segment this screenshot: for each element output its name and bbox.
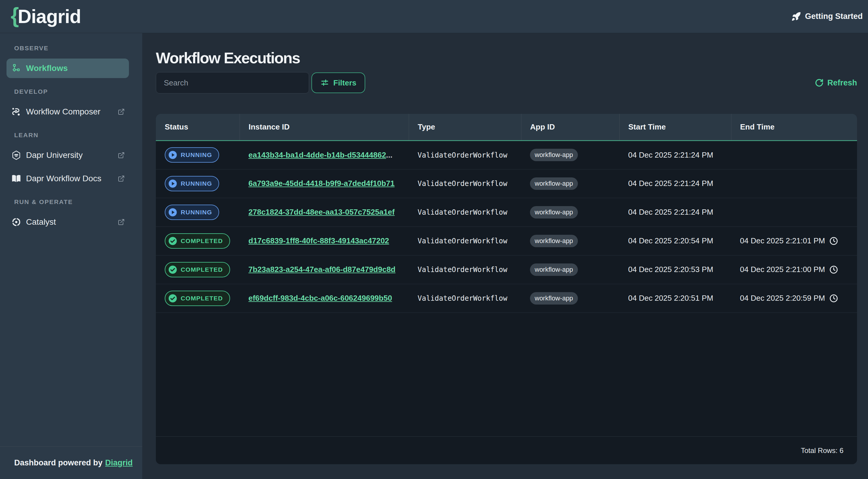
type-cell: ValidateOrderWorkflow	[409, 284, 521, 313]
type-cell: ValidateOrderWorkflow	[409, 169, 521, 198]
filters-label: Filters	[333, 78, 356, 88]
sidebar-item-catalyst[interactable]: Catalyst	[6, 212, 129, 232]
column-header-app-id: App ID	[521, 114, 619, 140]
instance-id-link[interactable]: ef69dcff-983d-4cbc-a06c-606249699b50	[248, 294, 392, 302]
app-id-cell: workflow-app	[521, 198, 619, 226]
type-cell: ValidateOrderWorkflow	[409, 198, 521, 226]
end-time-cell	[731, 140, 857, 169]
start-time-cell: 04 Dec 2025 2:21:24 PM	[619, 140, 731, 169]
main-content: Workflow Executions Filters Refresh	[142, 33, 868, 479]
play-icon	[168, 151, 177, 159]
search-input[interactable]	[156, 72, 309, 93]
refresh-button[interactable]: Refresh	[815, 78, 857, 88]
instance-id-link[interactable]: d17c6839-1ff8-40fc-88f3-49143ac47202	[248, 236, 389, 245]
status-cell: RUNNING	[156, 169, 240, 198]
diagrid-link[interactable]: Diagrid	[105, 458, 133, 468]
column-header-end-time: End Time	[731, 114, 857, 140]
end-time-value: 04 Dec 2025 2:21:00 PM	[740, 265, 825, 274]
app-id-cell: workflow-app	[521, 226, 619, 255]
sidebar-item-workflows[interactable]: Workflows	[6, 59, 129, 78]
end-time-cell: 04 Dec 2025 2:20:59 PM	[731, 284, 857, 313]
instance-id-link[interactable]: 6a793a9e-45dd-4418-b9f9-a7ded4f10b71	[248, 179, 395, 188]
status-cell: RUNNING	[156, 140, 240, 169]
table-row: RUNNING6a793a9e-45dd-4418-b9f9-a7ded4f10…	[156, 169, 857, 198]
sidebar-item-workflow-composer[interactable]: Workflow Composer	[6, 102, 129, 122]
rocket-icon	[791, 11, 801, 22]
app-id-cell: workflow-app	[521, 169, 619, 198]
instance-id-cell: 7b23a823-a254-47ea-af06-d87e479d9c8d	[240, 255, 409, 284]
workflow-icon	[11, 63, 22, 73]
type-cell: ValidateOrderWorkflow	[409, 140, 521, 169]
app-header: { Diagrid Getting Started	[0, 0, 868, 33]
instance-id-cell: d17c6839-1ff8-40fc-88f3-49143ac47202	[240, 226, 409, 255]
app-id-badge: workflow-app	[530, 292, 578, 305]
sidebar-item-dapr-workflow-docs[interactable]: Dapr Workflow Docs	[6, 169, 129, 188]
diagrid-logo[interactable]: { Diagrid	[11, 4, 81, 29]
filters-button[interactable]: Filters	[311, 72, 365, 93]
page-title: Workflow Executions	[156, 50, 857, 66]
end-time-cell: 04 Dec 2025 2:21:00 PM	[731, 255, 857, 284]
sidebar-item-label: Workflow Composer	[26, 107, 100, 117]
table-row: RUNNINGea143b34-ba1d-4dde-b14b-d53444862…	[156, 140, 857, 169]
status-label: COMPLETED	[181, 295, 223, 302]
app-id-cell: workflow-app	[521, 140, 619, 169]
app-id-badge: workflow-app	[530, 178, 578, 190]
type-cell: ValidateOrderWorkflow	[409, 255, 521, 284]
workflow-table-card: StatusInstance IDTypeApp IDStart TimeEnd…	[156, 114, 857, 464]
status-cell: COMPLETED	[156, 226, 240, 255]
getting-started-label: Getting Started	[805, 12, 863, 21]
table-body: RUNNINGea143b34-ba1d-4dde-b14b-d53444862…	[156, 140, 857, 313]
table-row: RUNNING278c1824-37dd-48ee-aa13-057c7525a…	[156, 198, 857, 226]
status-badge: RUNNING	[165, 147, 219, 163]
powered-by-text: Dashboard powered by	[14, 458, 103, 468]
status-badge: COMPLETED	[165, 233, 230, 249]
truncation-ellipsis: ...	[386, 151, 393, 159]
sidebar-item-label: Dapr Workflow Docs	[26, 174, 101, 183]
sidebar-item-label: Workflows	[26, 64, 68, 73]
sidebar-section-label: RUN & OPERATE	[14, 198, 142, 205]
clock-icon	[829, 265, 838, 274]
status-label: RUNNING	[181, 180, 212, 187]
type-cell: ValidateOrderWorkflow	[409, 226, 521, 255]
end-time-cell	[731, 198, 857, 226]
instance-id-cell: ef69dcff-983d-4cbc-a06c-606249699b50	[240, 284, 409, 313]
sidebar-item-dapr-university[interactable]: Dapr University	[6, 146, 129, 165]
logo-text: Diagrid	[18, 6, 81, 28]
composer-icon	[11, 107, 22, 117]
refresh-icon	[815, 78, 824, 87]
app-id-badge: workflow-app	[530, 206, 578, 219]
sidebar-section-label: OBSERVE	[14, 45, 142, 52]
start-time-cell: 04 Dec 2025 2:20:54 PM	[619, 226, 731, 255]
external-link-icon	[118, 175, 125, 182]
table-footer: Total Rows: 6	[156, 437, 857, 464]
workflow-table: StatusInstance IDTypeApp IDStart TimeEnd…	[156, 114, 857, 313]
controls-row: Filters Refresh	[156, 72, 857, 93]
app-id-cell: workflow-app	[521, 255, 619, 284]
instance-id-link[interactable]: ea143b34-ba1d-4dde-b14b-d53444862	[248, 151, 386, 159]
column-header-type: Type	[409, 114, 521, 140]
sidebar-sections: OBSERVEWorkflowsDEVELOPWorkflow Composer…	[0, 33, 142, 446]
column-header-start-time: Start Time	[619, 114, 731, 140]
instance-id-link[interactable]: 278c1824-37dd-48ee-aa13-057c7525a1ef	[248, 207, 395, 217]
sidebar-section-label: DEVELOP	[14, 88, 142, 95]
end-time-value: 04 Dec 2025 2:20:59 PM	[740, 294, 825, 303]
total-rows-label: Total Rows: 6	[801, 446, 843, 455]
app-id-badge: workflow-app	[530, 235, 578, 247]
table-row: COMPLETEDd17c6839-1ff8-40fc-88f3-49143ac…	[156, 226, 857, 255]
clock-icon	[829, 294, 838, 303]
workflow-type: ValidateOrderWorkflow	[417, 294, 507, 302]
status-label: RUNNING	[181, 209, 212, 216]
play-icon	[168, 179, 177, 188]
status-label: RUNNING	[181, 151, 212, 158]
sidebar-footer: Dashboard powered by Diagrid	[0, 446, 142, 479]
app-id-badge: workflow-app	[530, 149, 578, 161]
start-time-cell: 04 Dec 2025 2:21:24 PM	[619, 169, 731, 198]
instance-id-link[interactable]: 7b23a823-a254-47ea-af06-d87e479d9c8d	[248, 265, 395, 274]
status-label: COMPLETED	[181, 266, 223, 273]
instance-id-cell: 278c1824-37dd-48ee-aa13-057c7525a1ef	[240, 198, 409, 226]
check-icon	[168, 236, 177, 246]
dapr-university-icon	[11, 150, 22, 160]
book-icon	[11, 173, 22, 184]
workflow-type: ValidateOrderWorkflow	[417, 265, 507, 274]
getting-started-button[interactable]: Getting Started	[791, 11, 863, 22]
